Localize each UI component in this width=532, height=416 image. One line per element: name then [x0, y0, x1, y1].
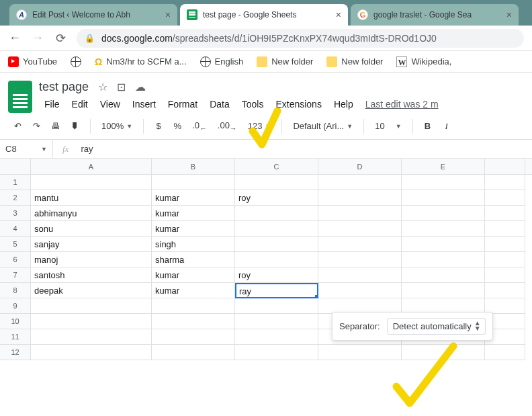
- cell[interactable]: [31, 175, 152, 190]
- bookmark-nm3[interactable]: ΩNm3/hr to SCFM a...: [95, 56, 186, 67]
- cell[interactable]: sharma: [152, 252, 235, 267]
- cell[interactable]: [235, 298, 318, 314]
- menu-extensions[interactable]: Extensions: [270, 97, 326, 112]
- cell[interactable]: [402, 283, 485, 298]
- cell[interactable]: [402, 345, 485, 360]
- address-bar[interactable]: 🔒 docs.google.com/spreadsheets/d/1iOH9I5…: [77, 29, 524, 48]
- separator-dropdown[interactable]: Detect automatically ▲▼: [387, 318, 486, 335]
- cell[interactable]: [152, 314, 235, 329]
- zoom-dropdown[interactable]: 100%▼: [97, 118, 136, 134]
- column-header[interactable]: E: [402, 159, 485, 174]
- cell[interactable]: [485, 237, 525, 252]
- last-edit-link[interactable]: Last edit was 2 m: [365, 99, 439, 110]
- sheets-logo[interactable]: [8, 81, 32, 113]
- menu-format[interactable]: Format: [163, 97, 203, 112]
- move-icon[interactable]: ⊡: [117, 81, 126, 93]
- row-header[interactable]: 10: [0, 314, 31, 329]
- italic-button[interactable]: I: [439, 118, 455, 134]
- formula-input[interactable]: ray: [78, 144, 93, 154]
- cell[interactable]: [485, 267, 525, 283]
- bookmark-item[interactable]: [71, 56, 81, 67]
- cell[interactable]: [318, 206, 402, 221]
- cell-selected[interactable]: ray: [235, 283, 318, 298]
- cell[interactable]: [402, 267, 485, 283]
- cell[interactable]: [235, 314, 318, 329]
- bookmark-youtube[interactable]: YouTube: [8, 56, 57, 67]
- cell[interactable]: [235, 175, 318, 190]
- cell[interactable]: kumar: [152, 283, 235, 298]
- reload-button[interactable]: ⟳: [54, 31, 67, 46]
- row-header[interactable]: 7: [0, 267, 31, 283]
- cell[interactable]: [318, 283, 402, 298]
- browser-tab-active[interactable]: test page - Google Sheets ×: [180, 4, 348, 26]
- row-header[interactable]: 12: [0, 345, 31, 360]
- row-header[interactable]: 3: [0, 206, 31, 221]
- cell[interactable]: [31, 329, 152, 345]
- cell[interactable]: [402, 206, 485, 221]
- font-size-dropdown[interactable]: 10▼: [371, 118, 405, 134]
- cell[interactable]: [152, 298, 235, 314]
- cell[interactable]: [152, 175, 235, 190]
- cell[interactable]: [318, 345, 402, 360]
- cell[interactable]: [31, 298, 152, 314]
- cell[interactable]: [235, 221, 318, 237]
- cell[interactable]: [235, 345, 318, 360]
- row-header[interactable]: 1: [0, 175, 31, 190]
- cell[interactable]: [318, 237, 402, 252]
- cell[interactable]: kumar: [152, 190, 235, 206]
- column-header[interactable]: C: [235, 159, 318, 174]
- cell[interactable]: [485, 221, 525, 237]
- row-header[interactable]: 11: [0, 329, 31, 345]
- cell[interactable]: manoj: [31, 252, 152, 267]
- cell[interactable]: [485, 252, 525, 267]
- menu-insert[interactable]: Insert: [127, 97, 161, 112]
- document-title[interactable]: test page: [39, 80, 89, 94]
- column-header[interactable]: B: [152, 159, 235, 174]
- cell[interactable]: [31, 345, 152, 360]
- menu-file[interactable]: File: [39, 97, 65, 112]
- row-header[interactable]: 6: [0, 252, 31, 267]
- number-format-dropdown[interactable]: 123▼: [244, 118, 275, 134]
- row-header[interactable]: 5: [0, 237, 31, 252]
- cell[interactable]: [402, 237, 485, 252]
- print-button[interactable]: 🖶: [47, 118, 64, 134]
- cell[interactable]: [318, 252, 402, 267]
- cloud-icon[interactable]: ☁: [135, 81, 146, 93]
- cell[interactable]: [31, 314, 152, 329]
- split-text-popup[interactable]: Separator: Detect automatically ▲▼: [332, 312, 493, 341]
- cell[interactable]: deepak: [31, 283, 152, 298]
- cell[interactable]: kumar: [152, 267, 235, 283]
- cell[interactable]: [235, 237, 318, 252]
- cell[interactable]: mantu: [31, 190, 152, 206]
- browser-tab[interactable]: G google traslet - Google Sea ×: [351, 4, 519, 26]
- cell[interactable]: [485, 345, 525, 360]
- menu-help[interactable]: Help: [328, 97, 359, 112]
- cell[interactable]: [235, 329, 318, 345]
- select-all-corner[interactable]: [0, 159, 31, 174]
- cell[interactable]: [485, 206, 525, 221]
- bookmark-folder[interactable]: New folder: [257, 56, 313, 67]
- decrease-decimal-button[interactable]: .0←: [188, 118, 211, 135]
- cell[interactable]: singh: [152, 237, 235, 252]
- cell[interactable]: [402, 190, 485, 206]
- menu-view[interactable]: View: [95, 97, 126, 112]
- row-header[interactable]: 2: [0, 190, 31, 206]
- menu-tools[interactable]: Tools: [236, 97, 269, 112]
- row-header[interactable]: 4: [0, 221, 31, 237]
- cell[interactable]: [402, 221, 485, 237]
- bold-button[interactable]: B: [420, 118, 436, 134]
- cell[interactable]: [152, 345, 235, 360]
- column-header[interactable]: [485, 159, 525, 174]
- redo-button[interactable]: ↷: [28, 118, 44, 134]
- bookmark-english[interactable]: English: [200, 56, 244, 67]
- row-header[interactable]: 8: [0, 283, 31, 298]
- column-header[interactable]: D: [318, 159, 402, 174]
- cell[interactable]: [485, 190, 525, 206]
- increase-decimal-button[interactable]: .00→: [214, 118, 241, 135]
- cell[interactable]: [235, 252, 318, 267]
- cell[interactable]: [485, 175, 525, 190]
- close-icon[interactable]: ×: [336, 9, 341, 20]
- menu-edit[interactable]: Edit: [66, 97, 93, 112]
- cell[interactable]: [235, 206, 318, 221]
- cell[interactable]: [152, 329, 235, 345]
